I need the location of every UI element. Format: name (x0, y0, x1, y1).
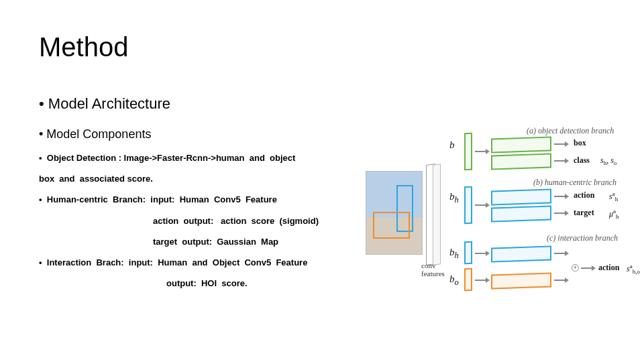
line-box-score: box and associated score. (39, 168, 394, 189)
arrow-icon (475, 205, 490, 206)
branch-b-caption: (b) human-centric branch (533, 178, 616, 188)
bullet-dot: • (39, 95, 48, 112)
arrow-icon (554, 213, 569, 214)
slide-title: Method (39, 32, 128, 62)
box-label: box (574, 138, 586, 148)
line-object-detection: • Object Detection : Image->Faster-Rcnn-… (39, 147, 394, 168)
branch-c-roi-h (464, 241, 472, 264)
line-hoi-output: output: HOI score. (39, 273, 394, 294)
s-a-ho-label: sah,o (627, 263, 640, 275)
branch-c-feat-h (491, 245, 551, 262)
plus-merge-icon: + (572, 264, 579, 272)
class-label: class (574, 156, 590, 166)
bullet-components-text: Model Components (46, 127, 151, 141)
arrow-icon (554, 253, 569, 254)
b-label: b (449, 139, 455, 151)
object-bbox (373, 212, 410, 239)
s-h-label: sh, so (600, 156, 616, 166)
arrow-icon (554, 196, 569, 197)
bh2-label: bh (449, 247, 459, 261)
arrow-icon (554, 144, 569, 145)
line-human-centric: • Human-centric Branch: input: Human Con… (39, 189, 394, 210)
body-text: • Object Detection : Image->Faster-Rcnn-… (39, 147, 394, 294)
line-interaction-branch: • Interaction Brach: input: Human and Ob… (39, 252, 394, 273)
action-label-c: action (598, 263, 619, 273)
arrow-icon (475, 280, 490, 281)
branch-b-feat2 (491, 205, 551, 222)
arrow-icon (554, 161, 569, 162)
branch-b-feat1 (491, 188, 551, 205)
conv-features-label: conv features (421, 261, 445, 278)
arrow-icon (554, 280, 569, 281)
line-target-output: target output: Gaussian Map (39, 231, 394, 252)
architecture-diagram: conv features b bh bh bo (a) object dete… (402, 127, 637, 308)
input-image (366, 171, 423, 255)
bullet-architecture: • Model Architecture (39, 95, 170, 113)
branch-a-feat2 (491, 153, 551, 170)
line-action-output: action output: action score (sigmoid) (39, 210, 394, 231)
mu-a-h-label: μah (609, 208, 619, 220)
branch-a-feat1 (491, 136, 551, 153)
conv-feature-slab-back (433, 164, 441, 265)
bullet-components: • Model Components (39, 127, 151, 141)
branch-a-roi (464, 133, 472, 170)
target-label: target (574, 208, 594, 218)
arrow-icon (475, 253, 490, 254)
bo-label: bo (449, 274, 459, 288)
branch-b-roi (464, 186, 472, 224)
bullet-architecture-text: Model Architecture (48, 95, 170, 112)
branch-c-roi-o (464, 268, 472, 291)
arrow-icon (581, 268, 596, 269)
branch-c-caption: (c) interaction branch (547, 233, 618, 243)
branch-a-caption: (a) object detection branch (527, 126, 614, 136)
bh-label: bh (449, 191, 459, 205)
s-a-h-label: sah (609, 190, 618, 202)
action-label-b: action (574, 190, 594, 200)
bullet-dot: • (39, 127, 46, 141)
arrow-icon (475, 152, 490, 152)
branch-c-feat-o (491, 272, 551, 289)
